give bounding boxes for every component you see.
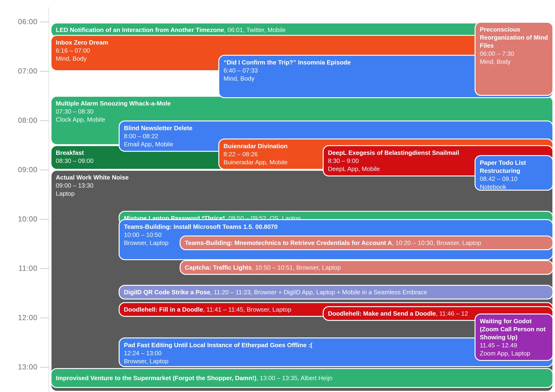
- event-title: Multiple Alarm Snoozing Whack-a-Mole: [56, 99, 548, 107]
- hour-tick: [40, 268, 49, 269]
- event-detail-line: Mind, Body: [480, 58, 548, 66]
- event-title: Improvised Venture to the Supermarket (F…: [56, 374, 256, 382]
- event-title: Paper Todo List Restructuring: [480, 159, 548, 175]
- event-captcha-traffic-lights[interactable]: Captcha: Traffic Lights, 10:50 – 10:51, …: [180, 260, 553, 275]
- event-title: LED Notification of an Interaction from …: [56, 26, 224, 34]
- hour-tick: [40, 170, 49, 170]
- event-detail-line: 06:00 – 7:30: [480, 50, 548, 58]
- event-meta: , 11:46 – 12: [436, 309, 468, 318]
- event-title: Blind Newsletter Delete: [124, 124, 548, 132]
- hour-tick: [40, 21, 49, 22]
- event-title: Doodlehell: Fill in a Doodle: [124, 306, 203, 314]
- event-improvised-venture-supermarket[interactable]: Improvised Venture to the Supermarket (F…: [51, 368, 553, 388]
- event-preconscious-reorganization[interactable]: Preconscious Reorganization of Mind File…: [475, 22, 553, 96]
- hour-label: 11:00: [0, 264, 37, 273]
- event-meta: , 11:20 – 11:23, Browser + DigiID App, L…: [210, 288, 427, 296]
- event-title: Waiting for Godot (Zoom Call Person not …: [480, 317, 548, 341]
- event-meta: , 10:20 – 10:30, Browser, Laptop: [392, 239, 481, 247]
- event-title: Preconscious Reorganization of Mind File…: [480, 25, 548, 50]
- hour-tick: [40, 318, 49, 318]
- event-waiting-for-godot[interactable]: Waiting for Godot (Zoom Call Person not …: [475, 314, 553, 361]
- event-detail-line: Laptop: [56, 189, 548, 198]
- event-title: DigiID QR Code Strike a Pose: [124, 288, 210, 296]
- day-calendar: 06:0007:0008:0009:0010:0011:0012:0013:00…: [0, 0, 555, 392]
- event-paper-todo-list[interactable]: Paper Todo List Restructuring08.42 – 09.…: [475, 155, 553, 191]
- hour-label: 13:00: [0, 363, 37, 372]
- event-detail-line: 6:16 – 07:00: [56, 46, 548, 55]
- event-detail-line: Notebook: [480, 183, 548, 191]
- event-meta: , 13:00 – 13:35, Albert Heijn: [256, 374, 332, 382]
- hour-tick: [40, 367, 49, 368]
- event-teams-building-mnemotechnics[interactable]: Teams-Building: Mnemotechnics to Retriev…: [180, 235, 553, 250]
- event-digid-qr-code[interactable]: DigiID QR Code Strike a Pose, 11:20 – 11…: [119, 285, 553, 299]
- event-detail-line: 09:00 – 13:30: [56, 181, 548, 189]
- hour-label: 07:00: [0, 67, 37, 76]
- event-meta: , 11:41 – 11:45, Browser, Laptop: [203, 306, 291, 314]
- event-title: Teams-Building: Mnemotechnics to Retriev…: [185, 239, 392, 247]
- hour-label: 10:00: [0, 215, 37, 224]
- event-title: Doodlehell: Make and Send a Doodle: [328, 309, 436, 318]
- hour-tick: [40, 120, 49, 121]
- hour-label: 06:00: [0, 17, 37, 26]
- event-title: Captcha: Traffic Lights: [185, 264, 252, 271]
- hour-label: 09:00: [0, 165, 37, 174]
- hour-tick: [40, 71, 49, 72]
- hour-label: 12:00: [0, 313, 37, 322]
- event-detail-line: 11.45 – 12.49: [480, 341, 548, 349]
- hour-label: 08:00: [0, 116, 37, 125]
- event-title: Inbox Zero Dream: [56, 38, 548, 46]
- event-detail-line: 08.42 – 09.10: [480, 175, 548, 183]
- time-axis-line: [48, 7, 49, 392]
- event-title: Teams-Building: Install Microsoft Teams …: [124, 223, 548, 231]
- event-meta: , 10:50 – 10:51, Browser, Laptop: [252, 264, 341, 271]
- event-detail-line: Zoom App, Laptop: [480, 349, 548, 357]
- event-detail-line: 07:30 – 08:30: [56, 107, 548, 115]
- hour-tick: [40, 219, 49, 220]
- event-meta: , 06:01, Twitter, Mobile: [224, 26, 286, 34]
